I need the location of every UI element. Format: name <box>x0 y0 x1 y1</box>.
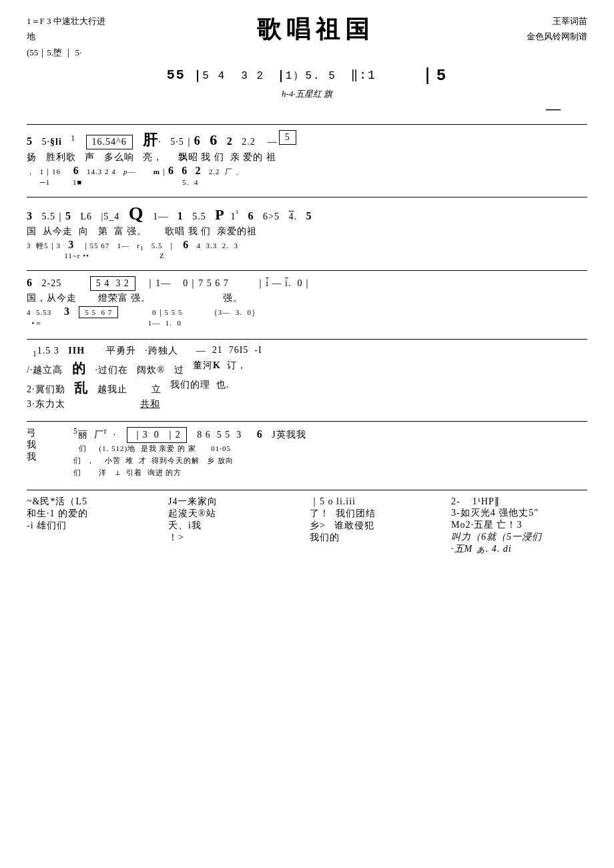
big-5: ｜5 <box>419 64 447 85</box>
s5-notes-2: 们 ， 小苦 堆 才 得到今天的解 乡 放向 <box>73 455 587 466</box>
s6-col4: 2- 1¹HP‖ 3-如灭光4 强他丈5" Mo2·五星 亡！3 叫力（6就（5… <box>451 496 587 555</box>
s2-lyrics-1: 国 从今走 向 第 富 强。 歌唱 我 们 亲爱的祖 <box>27 226 257 238</box>
section-2-lyric-row1: 国 从今走 向 第 富 强。 歌唱 我 们 亲爱的祖 <box>27 226 587 238</box>
s6-c4-l3: 叫力（6就（5一浸们 <box>451 531 587 543</box>
s6-c2-n1: J4一来家向 <box>168 496 304 508</box>
s6-c3-n1: ｜5 o li.iii <box>310 496 446 508</box>
section-3-lyric-row1: 国，从今走 燈荣富 强。 强。 <box>27 292 587 304</box>
arranger: 金色风铃网制谱 <box>527 29 587 44</box>
s6-c2-l2: 夭、i我 <box>168 520 304 532</box>
main-divider <box>27 124 587 125</box>
s4-lyrics-1: /·越立高 的 ·过们在 阔炊® 过 董河K 订， <box>27 360 247 378</box>
key-tempo: 1＝F 3 中速壮大行进 <box>27 13 105 29</box>
divider-3 <box>27 339 587 340</box>
s2-notes-2: 3 輕5｜3 3 ｜55 67 1— r1 5.5 ｜ 6 4 3.3 2. 3… <box>27 239 238 260</box>
s6-c3-l2: 乡> 谁敢侵犯 <box>310 520 446 532</box>
section-6-grid: ~&民*活（L5 和生·1 的爱的 -i 雄们们 J4一来家向 起浚天®站 夭、… <box>27 496 587 555</box>
section-3: 6 2-25 5 4 3 2 ｜1— 0｜7 5 6 7 ｜i — i. 0｜ … <box>27 276 587 328</box>
s6-c4-l2: Mo2·五星 亡！3 <box>451 519 587 531</box>
section-4-lyric-row3: 3·东力太 共和 <box>27 398 587 410</box>
s6-c1-l2: -i 雄们们 <box>27 520 163 532</box>
s4-notes-1: 11.5 3 IIH 平勇升 ·跨独人 — 21 76I5 -I <box>27 345 262 358</box>
s4-lyrics-3: 3·东力太 共和 <box>27 398 160 410</box>
s6-c4-l4: ·五M ぁ. 4. di <box>451 543 587 555</box>
bar1: 5 4 3 2 <box>197 70 264 82</box>
title-area: 歌唱祖国 <box>257 13 374 60</box>
s2-notes-1: 3 5.5｜5 L6 |5_4 Q 1— 1 5.5 P 1¹ 6 6>5 4.… <box>27 203 312 224</box>
s5-col1: 弓 我 我 <box>27 427 67 479</box>
s3-lyrics-1: 国，从今走 燈荣富 强。 强。 <box>27 292 243 304</box>
divider-5 <box>27 490 587 490</box>
notation-55: 55 <box>167 67 186 83</box>
s5-note-prefix: 弓 <box>27 427 67 439</box>
song-title: 歌唱祖国 <box>257 13 374 46</box>
section-5-row1: 弓 我 我 5丽 厂r · ｜3 0 ｜2 8 6 5 5 3 6 J英我我 们… <box>27 427 587 479</box>
s6-c3-l1: 了！ 我们团结 <box>310 508 446 520</box>
section-4-score-row1: 11.5 3 IIH 平勇升 ·跨独人 — 21 76I5 -I <box>27 345 587 358</box>
s6-c3-l3: 我们的 <box>310 532 446 544</box>
s6-c1-n1: ~&民*活（L5 <box>27 496 163 508</box>
s1-notes-1: 5 5·§li 1 16.54^6 肝· 5·5｜6 6 2 2.2 5 — <box>27 130 298 150</box>
header-left-3: (55｜5.堕 ｜ 5· <box>27 45 105 60</box>
s5-lyric-prefix2: 我 <box>27 451 67 463</box>
s3-notes-1: 6 2-25 5 4 3 2 ｜1— 0｜7 5 6 7 ｜i — i. 0｜ <box>27 276 312 291</box>
s1-notes-2: ， 1｜16 6 14.3 2 4 p— m｜6 6 2 2.2 厂 、 <box>27 165 244 177</box>
bar2: 1）5. 5 <box>280 70 336 82</box>
section-2-score-row1: 3 5.5｜5 L6 |5_4 Q 1— 1 5.5 P 1¹ 6 6>5 4.… <box>27 203 587 224</box>
s1-lyrics-1: 扬 胜利歌 声 多么响 亮， 飘昭 我 们 亲 爱的 祖 <box>27 151 276 163</box>
s6-col2: J4一来家向 起浚天®站 夭、i我 ！> <box>168 496 304 555</box>
s6-c4-l1: 3-如灭光4 强他丈5" <box>451 507 587 519</box>
s4-lyrics-2: 2·冀们勤 乱 越我止 立 我们的理 也. <box>27 379 230 397</box>
section-1-score-row1: 5 5·§li 1 16.54^6 肝· 5·5｜6 6 2 2.2 5 — <box>27 130 587 150</box>
section-3-score-row1: 6 2-25 5 4 3 2 ｜1— 0｜7 5 6 7 ｜i — i. 0｜ <box>27 276 587 291</box>
section-1-lyric-row1: 扬 胜利歌 声 多么响 亮， 飘昭 我 们 亲 爱的 祖 <box>27 151 587 163</box>
section-1: 5 5·§li 1 16.54^6 肝· 5·5｜6 6 2 2.2 5 — 扬… <box>27 130 587 186</box>
s6-col1: ~&民*活（L5 和生·1 的爱的 -i 雄们们 <box>27 496 163 555</box>
page: 1＝F 3 中速壮大行进 地 (55｜5.堕 ｜ 5· 歌唱祖国 王莘词苗 金色… <box>0 0 614 868</box>
section-1-score-row2: ， 1｜16 6 14.3 2 4 p— m｜6 6 2 2.2 厂 、 <box>27 165 587 177</box>
center-notation-line: 55 5 4 3 2 1）5. 5 ‖:1 ｜5 <box>27 64 587 85</box>
composer: 王莘词苗 <box>527 13 587 29</box>
section-4: 11.5 3 IIH 平勇升 ·跨独人 — 21 76I5 -I /·越立高 的… <box>27 345 587 410</box>
header-left-2: 地 <box>27 29 105 44</box>
section-5: 弓 我 我 5丽 厂r · ｜3 0 ｜2 8 6 5 5 3 6 J英我我 们… <box>27 427 587 479</box>
divider-4 <box>27 421 587 422</box>
sub-notation: h-4·五星红 旗 <box>27 88 587 100</box>
section-2: 3 5.5｜5 L6 |5_4 Q 1— 1 5.5 P 1¹ 6 6>5 4.… <box>27 203 587 260</box>
s6-c2-l1: 起浚天®站 <box>168 508 304 520</box>
s5-lyric-prefix: 我 <box>27 439 67 451</box>
section-4-lyric-row2: 2·冀们勤 乱 越我止 立 我们的理 也. <box>27 379 587 397</box>
s6-col3: ｜5 o li.iii 了！ 我们团结 乡> 谁敢侵犯 我们的 <box>310 496 446 555</box>
section-6: ~&民*活（L5 和生·1 的爱的 -i 雄们们 J4一来家向 起浚天®站 夭、… <box>27 496 587 555</box>
s6-c4-n1: 2- 1¹HP‖ <box>451 496 587 507</box>
s3-notes-2: 4 5.53 3 5 5 6 7 0｜5 5 5 ｛3— 3. 0｝ •＝ 1—… <box>27 306 260 328</box>
double-bar: ‖:1 <box>350 69 376 82</box>
s5-notes-1: 5丽 厂r · ｜3 0 ｜2 8 6 5 5 3 6 J英我我 们 (1. 5… <box>73 427 587 454</box>
dash-symbol: — <box>27 100 561 117</box>
header-left: 1＝F 3 中速壮大行进 地 (55｜5.堕 ｜ 5· <box>27 13 105 60</box>
s6-c2-l3: ！> <box>168 532 304 544</box>
s5-notes-3: 们 洋 ⊥ 引着 询进 的方 <box>73 467 587 478</box>
center-notation-text: 55 5 4 3 2 1）5. 5 ‖:1 <box>167 67 379 83</box>
section-1-lyric-row2: ─1 1■ 5. 4 <box>27 178 587 186</box>
s6-c1-l1: 和生·1 的爱的 <box>27 508 163 520</box>
header-right: 王莘词苗 金色风铃网制谱 <box>527 13 587 60</box>
s1-lyrics-2: ─1 1■ 5. 4 <box>27 178 198 186</box>
section-3-score-row2: 4 5.53 3 5 5 6 7 0｜5 5 5 ｛3— 3. 0｝ •＝ 1—… <box>27 306 587 328</box>
section-2-score-row2: 3 輕5｜3 3 ｜55 67 1— r1 5.5 ｜ 6 4 3.3 2. 3… <box>27 239 587 260</box>
section-4-lyric-row1: /·越立高 的 ·过们在 阔炊® 过 董河K 订， <box>27 360 587 378</box>
divider-1 <box>27 197 587 197</box>
divider-2 <box>27 270 587 271</box>
s5-main: 5丽 厂r · ｜3 0 ｜2 8 6 5 5 3 6 J英我我 们 (1. 5… <box>73 427 587 479</box>
header: 1＝F 3 中速壮大行进 地 (55｜5.堕 ｜ 5· 歌唱祖国 王莘词苗 金色… <box>27 13 587 117</box>
